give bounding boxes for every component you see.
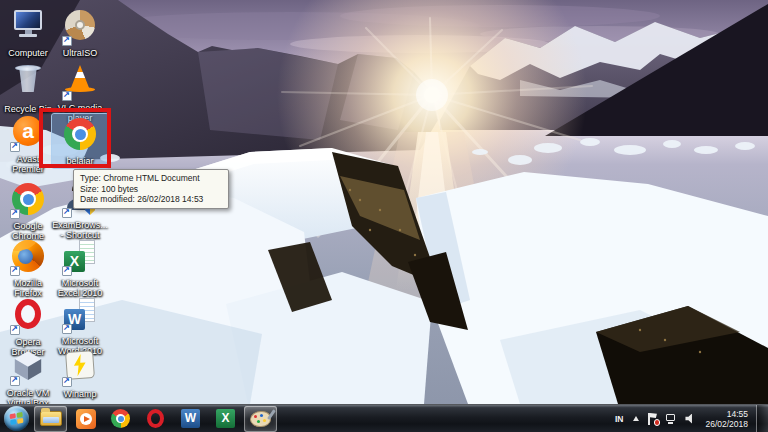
desktop-icon-avast-premier[interactable]: a Avast Premier — [0, 114, 56, 174]
shortcut-arrow-icon — [62, 377, 72, 387]
icon-label: Microsoft Excel 2010 — [52, 278, 108, 298]
start-button[interactable] — [4, 406, 29, 431]
excel-icon: X — [62, 240, 98, 276]
desktop-icon-winamp[interactable]: Winamp — [52, 348, 108, 399]
shortcut-arrow-icon — [10, 209, 20, 219]
desktop-icon-word[interactable]: W Microsoft Word 2010 — [52, 296, 108, 356]
taskbar-explorer-button[interactable] — [34, 406, 67, 432]
virtualbox-cube-icon — [10, 350, 46, 386]
taskbar-excel-button[interactable]: X — [209, 406, 242, 432]
tooltip-size: Size: 100 bytes — [80, 184, 222, 195]
icon-label: Recycle Bin — [0, 104, 56, 114]
icon-label: belajar — [52, 156, 108, 166]
icon-label: Winamp — [52, 389, 108, 399]
taskbar-paint-button[interactable] — [244, 406, 277, 432]
language-indicator[interactable]: IN — [610, 414, 629, 424]
winamp-lightning-icon — [62, 351, 98, 387]
computer-icon — [10, 10, 46, 46]
shortcut-arrow-icon — [62, 208, 72, 218]
volume-icon[interactable] — [685, 414, 695, 424]
taskbar: W X IN 14:55 26/02/2018 — [0, 404, 768, 432]
hidden-icons-button[interactable] — [633, 416, 639, 421]
clock-time: 14:55 — [705, 409, 748, 419]
ultraiso-cd-icon — [62, 10, 98, 46]
word-icon: W — [62, 298, 98, 334]
system-tray: IN 14:55 26/02/2018 — [610, 405, 768, 432]
taskbar-chrome-button[interactable] — [104, 406, 137, 432]
network-icon[interactable] — [666, 414, 677, 424]
excel-icon: X — [216, 409, 235, 428]
desktop-icon-excel[interactable]: X Microsoft Excel 2010 — [52, 238, 108, 298]
taskbar-word-button[interactable]: W — [174, 406, 207, 432]
shortcut-arrow-icon — [62, 324, 72, 334]
shortcut-arrow-icon — [10, 266, 20, 276]
icon-label: Mozilla Firefox — [0, 278, 56, 298]
shortcut-arrow-icon — [10, 325, 20, 335]
shortcut-arrow-icon — [10, 376, 20, 386]
opera-icon — [10, 299, 46, 335]
chrome-icon — [10, 183, 46, 219]
recycle-bin-icon — [10, 66, 46, 102]
taskbar-opera-button[interactable] — [139, 406, 172, 432]
shortcut-arrow-icon — [10, 142, 20, 152]
alert-badge — [654, 419, 661, 426]
chrome-html-document-icon — [62, 118, 98, 154]
desktop-icon-recycle-bin[interactable]: Recycle Bin — [0, 62, 56, 114]
opera-icon — [147, 409, 164, 428]
icon-label: ExamBrows... - Shortcut — [52, 220, 108, 240]
taskbar-clock[interactable]: 14:55 26/02/2018 — [699, 409, 756, 429]
firefox-icon — [10, 240, 46, 276]
taskbar-media-player-button[interactable] — [69, 406, 102, 432]
tooltip-type: Type: Chrome HTML Document — [80, 173, 222, 184]
desktop-icon-computer[interactable]: Computer — [0, 8, 56, 58]
desktop-icon-google-chrome[interactable]: Google Chrome — [0, 181, 56, 241]
tooltip-modified: Date modified: 26/02/2018 14:53 — [80, 194, 222, 205]
folder-icon — [40, 411, 62, 426]
word-icon: W — [181, 409, 200, 428]
desktop-wallpaper — [0, 0, 768, 432]
media-player-icon — [76, 409, 96, 429]
shortcut-arrow-icon — [62, 266, 72, 276]
desktop-icon-belajar[interactable]: belajar — [52, 114, 108, 168]
icon-label: Avast Premier — [0, 154, 56, 174]
shortcut-arrow-icon — [62, 91, 72, 101]
shortcut-arrow-icon — [62, 36, 72, 46]
avast-icon: a — [10, 116, 46, 152]
icon-label: Computer — [0, 48, 56, 58]
windows-flag-icon — [10, 412, 24, 425]
desktop-icon-firefox[interactable]: Mozilla Firefox — [0, 238, 56, 298]
chrome-icon — [111, 409, 130, 428]
vlc-cone-icon — [62, 65, 98, 101]
tooltip: Type: Chrome HTML Document Size: 100 byt… — [73, 169, 229, 209]
action-center-flag-icon[interactable] — [648, 413, 658, 425]
paint-palette-icon — [250, 411, 271, 427]
desktop-icon-virtualbox[interactable]: Oracle VM VirtualBox — [0, 348, 56, 408]
desktop: Computer UltraISO Recycle Bin VLC media … — [0, 0, 768, 432]
icon-label: UltraISO — [52, 48, 108, 58]
clock-date: 26/02/2018 — [705, 419, 748, 429]
desktop-icon-ultraiso[interactable]: UltraISO — [52, 8, 108, 58]
show-desktop-button[interactable] — [756, 405, 768, 432]
